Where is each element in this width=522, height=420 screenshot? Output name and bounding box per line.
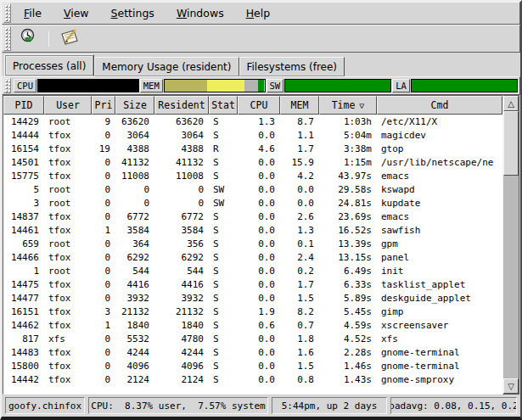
mem-bar-segment [258,80,264,92]
tab-processes[interactable]: Processes (all) [4,54,94,76]
column-header-label: Size [123,99,147,111]
column-header-size[interactable]: Size [115,96,154,115]
scrollbar-thumb[interactable] [503,111,519,176]
uptime-panel: 5:44pm, up 2 days [272,397,387,414]
cell-pid: 14461 [3,224,44,238]
scroll-up-button[interactable]: △ [503,96,519,111]
cell-pid: 14442 [3,373,44,387]
cell-mem: 0.7 [280,319,319,333]
cell-cpu: 0.0 [238,197,280,210]
mem-label-button[interactable]: MEM [140,79,163,92]
cell-user: root [44,238,92,251]
table-row[interactable]: 1root0544544S0.00.26.49sinit [3,265,502,278]
la-label-button[interactable]: LA [392,79,410,92]
tab-filesystems[interactable]: Filesystems (free) [239,57,345,76]
table-row[interactable]: 14442tfox021242124S0.00.81.43sgnome-smpr… [3,373,502,387]
cell-cmd: gnome-terminal [377,360,502,373]
scroll-down-button[interactable]: ▽ [503,378,519,394]
cell-stat: S [209,129,238,143]
toolbar-drag-handle[interactable] [3,26,11,51]
menubar-drag-handle[interactable] [3,3,11,23]
cell-pri: 0 [92,156,115,170]
mem-monitor: MEM [139,77,266,94]
menu-item-windows[interactable]: Windows [166,5,235,21]
table-row[interactable]: 817xfs055324780S0.01.84.52sxfs [3,333,502,346]
table-row[interactable]: 14483tfox042444244S0.01.62.28sgnome-term… [3,346,502,360]
cell-stat: S [209,373,238,387]
cell-time: 6.33s [319,278,377,292]
cell-pri: 9 [92,115,115,129]
cell-stat: S [209,238,238,251]
cell-cmd: gimp [377,305,502,319]
cell-size: 544 [115,265,154,278]
cell-resident: 11008 [154,170,209,183]
cell-cpu: 4.6 [238,143,280,156]
cell-pid: 14466 [3,251,44,265]
cell-cpu: 0.0 [238,224,280,238]
column-header-mem[interactable]: MEM [280,96,319,115]
table-row[interactable]: 14477tfox039323932S0.01.55.89sdeskguide_… [3,292,502,305]
column-header-pri[interactable]: Pri [92,96,115,115]
cell-pri: 0 [92,278,115,292]
table-row[interactable]: 14466tfox062926292S0.02.413.15spanel [3,251,502,265]
cell-pri: 1 [92,319,115,333]
table-row[interactable]: 14837tfox067726772S0.02.623.69semacs [3,210,502,224]
table-row[interactable]: 14429root96362063620S1.38.71:03h/etc/X11… [3,115,502,129]
table-row[interactable]: 3root000SW0.00.024.81skupdate [3,197,502,210]
cell-cpu: 1.9 [238,305,280,319]
table-row[interactable]: 14462tfox118401840S0.60.74.59sxscreensav… [3,319,502,333]
cell-resident: 0 [154,183,209,197]
edit-note-button[interactable] [54,25,85,52]
menu-item-help[interactable]: Help [235,5,282,21]
cell-time: 16.52s [319,224,377,238]
table-row[interactable]: 5root000SW0.00.029.58skswapd [3,183,502,197]
cell-mem: 1.7 [280,278,319,292]
table-row[interactable]: 14461tfox135843584S0.01.316.52ssawfish [3,224,502,238]
cell-cpu: 1.3 [238,115,280,129]
cell-user: tfox [44,373,92,387]
column-header-time[interactable]: Time▽ [319,96,377,115]
cell-resident: 4780 [154,333,209,346]
table-body: 14429root96362063620S1.38.71:03h/etc/X11… [3,115,502,394]
cell-size: 364 [115,238,154,251]
cell-stat: SW [209,183,238,197]
column-header-pid[interactable]: PID [3,96,44,115]
column-header-label: MEM [291,99,309,111]
vertical-scrollbar[interactable]: △ ▽ [502,95,519,395]
table-row[interactable]: 14475tfox044164416S0.01.76.33stasklist_a… [3,278,502,292]
cell-pid: 14501 [3,156,44,170]
tab-memory[interactable]: Memory Usage (resident) [94,57,239,76]
cell-user: root [44,183,92,197]
table-row[interactable]: 14501tfox04113241132S0.015.91:15m/usr/li… [3,156,502,170]
column-header-cpu[interactable]: CPU [238,96,280,115]
cell-time: 2.28s [319,346,377,360]
column-header-resident[interactable]: Resident [154,96,209,115]
table-row[interactable]: 16154tfox1943884388R4.61.73:38mgtop [3,143,502,156]
cell-time: 5.89s [319,292,377,305]
table-row[interactable]: 14444tfox030643064S0.01.15:04mmagicdev [3,129,502,143]
table-row[interactable]: 15775tfox01100811008S0.04.243.97semacs [3,170,502,183]
cell-pri: 19 [92,143,115,156]
menu-item-view[interactable]: View [53,5,100,21]
cell-user: xfs [44,333,92,346]
cell-user: tfox [44,143,92,156]
column-header-user[interactable]: User [44,96,92,115]
column-header-label: PID [15,99,33,111]
table-row[interactable]: 15800tfox040964096S0.01.51.46sgnome-term… [3,360,502,373]
cell-cmd: panel [377,251,502,265]
cell-resident: 41132 [154,156,209,170]
bars-drag-handle[interactable] [3,78,11,93]
clock-run-button[interactable] [14,25,43,52]
sw-label-button[interactable]: SW [267,79,284,92]
table-row[interactable]: 16151tfox32113221132S1.98.25.45sgimp [3,305,502,319]
column-header-cmd[interactable]: Cmd [377,96,502,115]
table-row[interactable]: 659root0364356S0.00.113.39sgpm [3,238,502,251]
cell-stat: R [209,143,238,156]
menu-item-settings[interactable]: Settings [100,5,166,21]
cell-user: tfox [44,319,92,333]
menu-item-file[interactable]: File [13,5,53,21]
cpu-label-button[interactable]: CPU [14,79,36,92]
cell-size: 4244 [115,346,154,360]
column-header-stat[interactable]: Stat [209,96,238,115]
scrollbar-trough[interactable] [503,111,519,378]
